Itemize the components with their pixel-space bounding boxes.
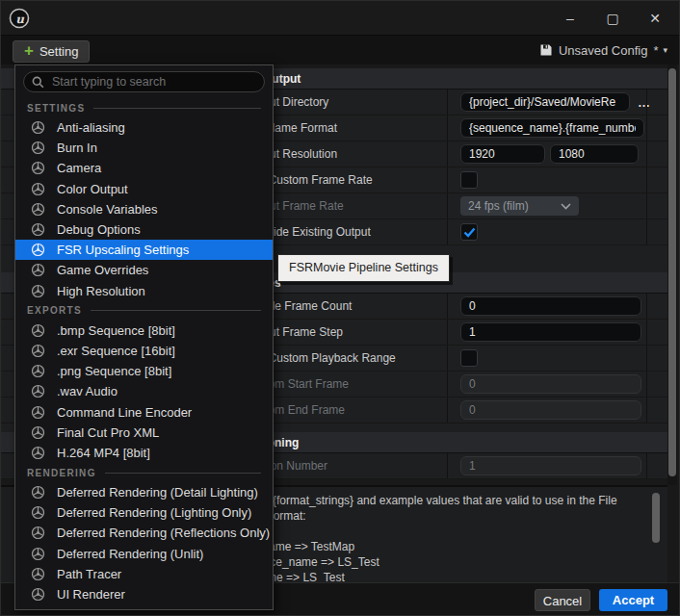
use-custom-frame-rate-checkbox[interactable] xyxy=(460,171,478,189)
section-divider xyxy=(93,108,261,109)
setting-item-path-tracer[interactable]: Path Tracer xyxy=(15,564,273,584)
section-label: SETTINGS xyxy=(27,103,85,114)
setting-sphere-icon xyxy=(31,182,45,196)
setting-sphere-icon xyxy=(31,222,45,237)
setting-sphere-icon xyxy=(31,425,45,440)
search-bar xyxy=(15,65,273,98)
setting-item-fsr-upscaling-settings[interactable]: FSR Upscaling Settings xyxy=(15,240,273,260)
setting-sphere-icon xyxy=(31,567,45,581)
output-frame-rate-select[interactable]: 24 fps (film) xyxy=(460,196,579,216)
setting-sphere-icon xyxy=(31,364,45,378)
config-menu[interactable]: Unsaved Config * ▾ xyxy=(539,43,667,58)
add-setting-button[interactable]: + Setting xyxy=(13,40,90,63)
panel-scrollbar-thumb[interactable] xyxy=(668,68,676,476)
select-value: 24 fps (film) xyxy=(468,199,529,213)
setting-item-label: High Resolution xyxy=(57,284,145,298)
setting-item-deferred-rendering-unlit[interactable]: Deferred Rendering (Unlit) xyxy=(15,544,273,564)
setting-sphere-icon xyxy=(31,446,45,460)
override-existing-output-checkbox[interactable] xyxy=(460,223,478,241)
setting-item-label: Deferred Rendering (Unlit) xyxy=(57,547,203,561)
setting-sphere-icon xyxy=(31,243,45,257)
setting-sphere-icon xyxy=(31,323,45,338)
setting-sphere-icon xyxy=(31,526,45,540)
setting-item-deferred-rendering-detail-lighting[interactable]: Deferred Rendering (Detail Lighting) xyxy=(15,482,273,502)
section-divider xyxy=(91,310,261,311)
setting-item-label: .png Sequence [8bit] xyxy=(57,364,171,378)
plus-icon: + xyxy=(24,43,34,58)
accept-button[interactable]: Accept xyxy=(599,589,667,611)
output-frame-step-field[interactable] xyxy=(460,322,641,342)
section-header-settings: SETTINGS xyxy=(15,98,273,117)
setting-item-final-cut-pro-xml[interactable]: Final Cut Pro XML xyxy=(15,423,273,443)
setting-sphere-icon xyxy=(31,405,45,420)
setting-item-png-sequence-8bit[interactable]: .png Sequence [8bit] xyxy=(15,361,273,381)
info-box-scrollbar-thumb[interactable] xyxy=(652,493,660,543)
setting-sphere-icon xyxy=(31,384,45,398)
minimize-button[interactable]: – xyxy=(562,10,579,27)
caret-down-icon: ▾ xyxy=(663,45,667,55)
search-input[interactable] xyxy=(23,71,265,92)
setting-item-label: H.264 MP4 [8bit] xyxy=(57,446,150,460)
setting-sphere-icon xyxy=(31,344,45,358)
add-setting-label: Setting xyxy=(39,44,78,59)
setting-item-label: Camera xyxy=(57,161,101,175)
setting-item-burn-in[interactable]: Burn In xyxy=(15,138,273,158)
section-header-rendering: RENDERING xyxy=(15,463,273,482)
section-header-exports: EXPORTS xyxy=(15,301,273,321)
version-number-field[interactable] xyxy=(460,456,641,475)
output-resolution-width-field[interactable] xyxy=(460,144,545,164)
setting-item-label: Console Variables xyxy=(57,202,158,217)
panel-scrollbar-track[interactable] xyxy=(667,64,677,485)
setting-item-anti-aliasing[interactable]: Anti-aliasing xyxy=(15,117,273,138)
setting-sphere-icon xyxy=(31,120,45,135)
file-name-format-field[interactable] xyxy=(460,118,644,138)
handle-frame-count-field[interactable] xyxy=(460,296,641,316)
config-name-label: Unsaved Config xyxy=(559,43,648,58)
output-directory-field[interactable] xyxy=(460,92,630,112)
setting-sphere-icon xyxy=(31,263,45,277)
setting-item-high-resolution[interactable]: High Resolution xyxy=(15,281,273,301)
setting-item-label: .bmp Sequence [8bit] xyxy=(57,323,175,338)
tooltip: FSRMovie Pipeline Settings xyxy=(277,254,450,282)
search-icon xyxy=(32,76,44,89)
setting-item-label: Deferred Rendering (Detail Lighting) xyxy=(57,485,258,500)
dirty-marker: * xyxy=(653,43,658,58)
add-setting-dropdown: SETTINGSAnti-aliasingBurn InCameraColor … xyxy=(14,64,274,610)
setting-item-label: UI Renderer xyxy=(57,587,125,602)
section-label: RENDERING xyxy=(27,468,96,478)
custom-start-frame-field[interactable] xyxy=(460,374,641,394)
setting-item-command-line-encoder[interactable]: Command Line Encoder xyxy=(15,401,273,422)
setting-sphere-icon xyxy=(31,161,45,175)
setting-item-wav-audio[interactable]: .wav Audio xyxy=(15,381,273,401)
setting-item-ui-renderer[interactable]: UI Renderer xyxy=(15,584,273,604)
maximize-button[interactable]: ▢ xyxy=(604,10,621,27)
section-divider xyxy=(105,473,261,474)
setting-item-label: Debug Options xyxy=(57,222,141,237)
setting-item-h-264-mp4-8bit[interactable]: H.264 MP4 [8bit] xyxy=(15,443,273,463)
setting-item-exr-sequence-16bit[interactable]: .exr Sequence [16bit] xyxy=(15,341,273,361)
close-button[interactable]: ✕ xyxy=(646,10,664,27)
window-controls: – ▢ ✕ xyxy=(562,10,664,27)
setting-item-bmp-sequence-8bit[interactable]: .bmp Sequence [8bit] xyxy=(15,321,273,341)
cancel-button[interactable]: Cancel xyxy=(535,589,590,611)
setting-item-game-overrides[interactable]: Game Overrides xyxy=(15,260,273,280)
setting-item-label: Final Cut Pro XML xyxy=(57,425,159,440)
toolbar: + Setting Unsaved Config * ▾ xyxy=(1,36,679,64)
setting-item-console-variables[interactable]: Console Variables xyxy=(15,199,273,219)
setting-item-label: Deferred Rendering (Reflections Only) xyxy=(57,526,270,540)
setting-item-label: .wav Audio xyxy=(57,384,118,398)
setting-item-camera[interactable]: Camera xyxy=(15,158,273,178)
custom-end-frame-field[interactable] xyxy=(460,400,641,420)
setting-item-debug-options[interactable]: Debug Options xyxy=(15,219,273,240)
setting-sphere-icon xyxy=(31,587,45,602)
setting-item-label: .exr Sequence [16bit] xyxy=(57,344,175,358)
setting-item-deferred-rendering-lighting-only[interactable]: Deferred Rendering (Lighting Only) xyxy=(15,502,273,523)
chevron-down-icon xyxy=(561,203,571,210)
setting-item-deferred-rendering-reflections-only[interactable]: Deferred Rendering (Reflections Only) xyxy=(15,523,273,543)
use-custom-playback-range-checkbox[interactable] xyxy=(460,349,478,367)
browse-ellipsis-button[interactable]: … xyxy=(638,95,651,110)
setting-item-label: Deferred Rendering (Lighting Only) xyxy=(57,505,251,520)
output-resolution-height-field[interactable] xyxy=(550,144,639,164)
setting-item-label: Color Output xyxy=(57,182,128,196)
setting-item-color-output[interactable]: Color Output xyxy=(15,179,273,199)
